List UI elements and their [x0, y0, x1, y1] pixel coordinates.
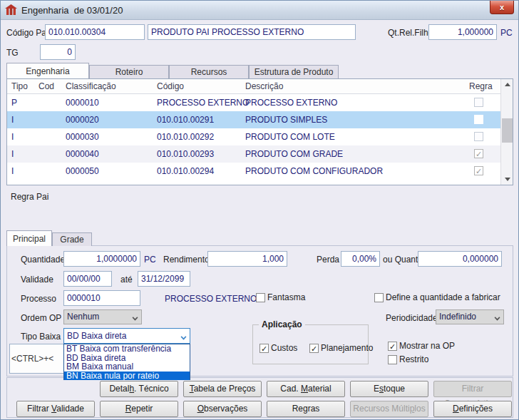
regra-checkbox-checked[interactable]: [474, 166, 483, 175]
cell-descricao: PRODUTO SIMPLES: [245, 115, 327, 125]
app-logo-icon: [5, 4, 17, 16]
tab-recursos[interactable]: Recursos: [169, 65, 249, 78]
estoque-button[interactable]: Estoque: [350, 381, 428, 397]
tipo-baixa-dropdown-list: BT Baixa com transferência BD Baixa dire…: [63, 344, 190, 380]
periodicidade-label: Periodicidade: [386, 313, 438, 323]
cell-classificacao: 0000040: [66, 149, 99, 159]
scrollbar-thumb[interactable]: [502, 118, 513, 143]
qt-rel-filho-input[interactable]: [428, 24, 497, 40]
codigo-pai-input[interactable]: [45, 24, 145, 40]
chevron-down-icon: [181, 334, 187, 340]
checkbox-icon: [256, 293, 265, 302]
tab-roteiro[interactable]: Roteiro: [89, 65, 169, 78]
filtrar-caracteristicas-button: Filtrar Características: [433, 381, 512, 397]
table-row-selected[interactable]: I 0000020 010.010.00291 PRODUTO SIMPLES: [7, 111, 500, 128]
ate-label: até: [120, 275, 133, 285]
regra-checkbox[interactable]: [474, 98, 483, 107]
cell-classificacao: 0000010: [66, 98, 99, 108]
col-descricao[interactable]: Descrição: [245, 81, 283, 91]
tab-grade[interactable]: Grade: [52, 232, 92, 246]
col-tipo[interactable]: Tipo: [11, 81, 28, 91]
rendimento-input[interactable]: [207, 251, 287, 267]
close-button[interactable]: x: [490, 1, 514, 14]
aplicacao-label: Aplicação: [259, 319, 305, 329]
processo-input[interactable]: [63, 290, 140, 306]
cell-codigo: 010.010.00291: [157, 115, 214, 125]
table-row[interactable]: I 0000050 010.010.00294 PRODUTO COM CONF…: [7, 163, 500, 180]
validade-ate-input[interactable]: [138, 271, 190, 287]
regra-checkbox[interactable]: [474, 132, 483, 141]
dropdown-option[interactable]: BM Baixa manual: [64, 362, 190, 372]
ou-quant-input[interactable]: [418, 251, 502, 267]
validade-label: Validade: [21, 275, 53, 285]
col-codigo[interactable]: Código: [157, 81, 184, 91]
cell-descricao: PRODUTO COM CONFIGURADOR: [245, 166, 383, 176]
dropdown-option[interactable]: BT Baixa com transferência: [64, 344, 190, 354]
repetir-button[interactable]: Repetir: [100, 401, 178, 417]
cell-tipo: P: [11, 98, 17, 108]
main-tabstrip: Engenharia Roteiro Recursos Estrutura de…: [6, 63, 339, 78]
periodicidade-select[interactable]: Indefinido: [436, 309, 504, 324]
col-classificacao[interactable]: Classificação: [66, 81, 116, 91]
dropdown-option-highlighted[interactable]: BN Baixa nula por rateio: [64, 372, 190, 381]
ordem-op-select[interactable]: Nenhum: [63, 309, 142, 324]
define-quantidade-checkbox[interactable]: Define a quantidade a fabricar: [374, 292, 500, 302]
cell-tipo: I: [11, 115, 14, 125]
planejamento-label: Planejamento: [321, 343, 373, 353]
table-row[interactable]: I 0000040 010.010.00293 PRODUTO COM GRAD…: [7, 145, 500, 163]
table-header: Tipo Cod Classificação Código Descrição …: [7, 79, 500, 94]
chevron-down-icon: [133, 315, 138, 321]
cell-classificacao: 0000020: [66, 115, 99, 125]
restrito-checkbox[interactable]: Restrito: [388, 354, 428, 364]
tipo-baixa-combobox[interactable]: BD Baixa direta: [63, 328, 190, 344]
scroll-down-icon[interactable]: [501, 173, 513, 185]
quantidade-unit: PC: [144, 255, 156, 265]
tabela-de-precos-button[interactable]: Tabela de Preços: [183, 381, 262, 397]
validade-de-input[interactable]: [63, 271, 112, 287]
cell-codigo: 010.010.00292: [157, 132, 214, 142]
col-cod[interactable]: Cod: [38, 81, 54, 91]
regra-checkbox-checked[interactable]: [474, 149, 483, 158]
tab-engenharia[interactable]: Engenharia: [6, 63, 89, 78]
chevron-down-icon: [495, 315, 500, 321]
codigo-pai-label: Código Pai: [6, 28, 48, 38]
detalh-tecnico-button[interactable]: Detalh. Técnico: [100, 381, 178, 397]
quantidade-input[interactable]: [63, 251, 140, 267]
mostrar-na-op-checkbox[interactable]: Mostrar na OP: [388, 341, 455, 351]
mostrar-na-op-label: Mostrar na OP: [399, 341, 455, 351]
table-row[interactable]: I 0000030 010.010.00292 PRODUTO COM LOTE: [7, 128, 500, 145]
tipo-baixa-label: Tipo Baixa: [21, 332, 61, 342]
regras-button[interactable]: Regras: [267, 401, 345, 417]
col-regra[interactable]: Regra: [469, 81, 493, 91]
perda-label: Perda: [317, 255, 339, 265]
perda-input[interactable]: [341, 251, 380, 267]
cad-material-button[interactable]: Cad. Material: [267, 381, 345, 397]
cell-codigo: 010.010.00294: [157, 166, 214, 176]
cell-descricao: PRODUTO COM GRADE: [245, 149, 343, 159]
table-scrollbar[interactable]: [500, 79, 513, 185]
planejamento-checkbox[interactable]: Planejamento: [309, 343, 373, 353]
tab-principal[interactable]: Principal: [6, 230, 52, 246]
custos-label: Custos: [271, 343, 297, 353]
scroll-up-icon[interactable]: [501, 79, 513, 91]
ctrl-hint-text: <CTRL>+<: [11, 354, 53, 364]
observacoes-button[interactable]: Observações: [183, 401, 262, 417]
tipo-baixa-value: BD Baixa direta: [67, 331, 126, 341]
definicoes-button[interactable]: Definições: [433, 401, 512, 417]
cell-tipo: I: [11, 149, 14, 159]
define-quantidade-label: Define a quantidade a fabricar: [386, 292, 500, 302]
descricao-pai-input[interactable]: [148, 24, 356, 40]
tg-input[interactable]: [40, 44, 76, 60]
filtrar-validade-button[interactable]: Filtrar Validade: [16, 401, 95, 417]
engenharia-window: Engenharia de 03/01/20 x Código Pai Qt.R…: [0, 0, 519, 420]
table-row[interactable]: P 0000010 PROCESSO EXTERNO PROCESSO EXTE…: [7, 94, 500, 111]
dropdown-option[interactable]: BD Baixa direta: [64, 354, 190, 363]
custos-checkbox[interactable]: Custos: [260, 343, 297, 353]
cell-codigo: PROCESSO EXTERNO: [157, 98, 249, 108]
checkbox-checked-icon: [260, 344, 269, 353]
tab-estrutura-de-produto[interactable]: Estrutura de Produto: [249, 65, 339, 78]
regra-checkbox[interactable]: [474, 115, 483, 124]
fantasma-checkbox[interactable]: Fantasma: [256, 292, 305, 302]
processo-label: Processo: [21, 294, 56, 304]
cell-codigo: 010.010.00293: [157, 149, 214, 159]
